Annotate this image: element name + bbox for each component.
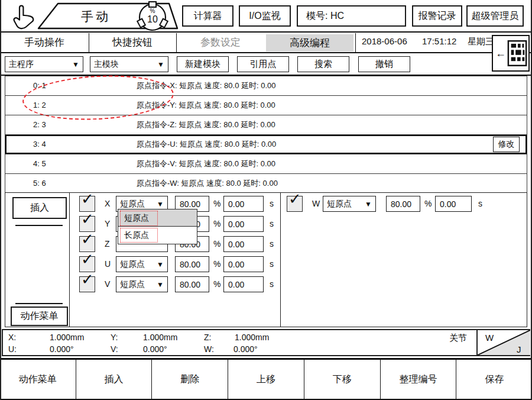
axis-checkbox[interactable]: ✓ [79,256,95,272]
percent-unit: % [213,279,220,289]
row-index: 5: 6 [33,174,46,193]
tab-parameter-settings[interactable]: 参数设定 [176,33,265,52]
move-down-button[interactable]: 下移 [304,360,381,399]
nav-tab-row: 手动操作 快捷按钮 参数设定 高级编程 2018-06-06 17:51:12 … [0,33,532,53]
delay-value: 0.00 [228,240,244,249]
tab-divider-1 [89,33,89,53]
action-menu-separator [15,303,63,304]
speed-unit: % [150,8,155,14]
axis-label: Z [105,239,110,249]
axis-row-w: ✓ W 短原点 ▼ 80.00 % 0.00 s [5,195,525,213]
tab-manual-operation[interactable]: 手动操作 [0,33,89,52]
status-weekday: 星期三 [468,36,494,47]
left-arrow-icon: ← [495,48,506,59]
coord-mode-toggle[interactable]: W J [476,330,530,355]
seconds-unit: s [270,279,274,289]
reference-point-button[interactable]: 引用点 [237,56,289,72]
tab-divider-2 [176,33,177,53]
percent-unit: % [213,219,220,228]
calculator-button[interactable]: 计算器 [182,5,233,27]
checkmark-icon: ✓ [288,191,301,207]
axis-row-u: ✓ U 短原点 ▼ 80.00 % 0.00 s [5,256,280,273]
modify-button[interactable]: 修改 [493,137,520,152]
speed-value: 10 [147,14,158,24]
axis-label: W [312,199,320,208]
axis-speed-field[interactable]: 80.00 [386,196,420,212]
alarm-record-button[interactable]: 报警记录 [412,5,462,27]
coord-value: 1.000mm [50,333,84,342]
focus-outline [120,228,158,243]
program-select[interactable]: 主程序 ▼ [5,56,83,72]
module-select-value: 主模块 [94,59,119,70]
program-row-4[interactable]: 4: 5 原点指令-V: 短原点 速度: 80.0 延时: 0.00 [5,154,527,174]
origin-select-value: 短原点 [120,279,145,290]
chevron-down-icon: ▼ [72,60,79,69]
axis-speed-field[interactable]: 80.00 [175,276,209,292]
delay-value: 0.00 [228,220,244,229]
axis-delay-field[interactable]: 0.00 [223,236,264,252]
axis-label: U [105,259,111,269]
io-monitor-button[interactable]: I/O监视 [239,5,291,27]
dropdown-option-long[interactable]: 长原点 [118,227,197,243]
coord-value: 0.000° [143,344,167,354]
axis-speed-field[interactable]: 80.00 [175,256,209,272]
program-row-0[interactable]: 0: 1 原点指令-X: 短原点 速度: 80.0 延时: 0.00 [5,76,527,96]
delay-value: 0.00 [228,280,244,289]
coord-label: U: [8,344,17,354]
undo-button[interactable]: 撤销 [358,56,410,72]
axis-origin-select[interactable]: 短原点 ▼ [116,256,168,272]
axis-checkbox[interactable]: ✓ [79,276,95,292]
matrix-icon [507,39,527,67]
coord-label: W: [204,344,214,354]
percent-unit: % [424,199,432,208]
module-select[interactable]: 主模块 ▼ [90,56,168,72]
coord-label: X: [8,333,16,342]
dropdown-option-short[interactable]: 短原点 [118,209,197,227]
program-row-3-selected[interactable]: 3: 4 原点指令-U: 短原点 速度: 80.0 延时: 0.00 修改 [5,135,527,154]
speed-value: 80.00 [180,260,200,269]
insert-bottom-button[interactable]: 插入 [76,360,153,399]
action-menu-button[interactable]: 动作菜单 [0,360,76,399]
new-module-button[interactable]: 新建模块 [177,56,229,72]
model-number-box[interactable]: 模号: HC [297,5,406,27]
seconds-unit: s [270,259,274,269]
program-row-1[interactable]: 1: 2 原点指令-Y: 短原点 速度: 80.0 延时: 0.00 [5,96,527,115]
tab-divider-3 [355,33,356,53]
row-command: 原点指令-Y: 短原点 速度: 80.0 延时: 0.00 [137,96,275,115]
axis-delay-field[interactable]: 0.00 [223,276,264,292]
renumber-button[interactable]: 整理编号 [381,360,457,399]
keypad-toggle-button[interactable]: ← [492,35,530,72]
program-select-value: 主程序 [9,59,34,70]
axis-delay-field[interactable]: 0.00 [435,196,472,212]
origin-select-value: 短原点 [120,259,145,270]
toggle-diagonal: W J [478,330,530,355]
user-role-button[interactable]: 超级管理员 [466,5,524,27]
axis-label: V [105,279,110,289]
axis-delay-field[interactable]: 0.00 [223,216,264,232]
status-date: 2018-06-06 [362,36,407,46]
speed-value: 80.00 [180,280,200,289]
coord-value: 1.000mm [235,333,269,342]
tab-advanced-programming[interactable]: 高级编程 [266,34,353,51]
axis-origin-select[interactable]: 短原点 ▼ [323,196,376,212]
program-row-2[interactable]: 2: 3 原点指令-Z: 短原点 速度: 80.0 延时: 0.00 [5,115,527,135]
checkmark-icon: ✓ [81,251,94,267]
row-index: 1: 2 [33,96,46,115]
action-menu-panel-button[interactable]: 动作菜单 [11,307,68,326]
checkmark-icon: ✓ [81,211,94,227]
save-button[interactable]: 保存 [456,360,532,399]
axis-delay-field[interactable]: 0.00 [223,256,264,272]
seconds-unit: s [478,199,482,208]
speed-gauge-icon[interactable]: % 10 [135,1,170,34]
axis-checkbox[interactable]: ✓ [79,216,95,232]
mode-label: 手动 [63,8,128,25]
tab-shortcut-buttons[interactable]: 快捷按钮 [89,33,176,52]
speed-value: 80.00 [391,199,411,209]
status-time: 17:51:12 [422,36,456,46]
axis-origin-select[interactable]: 短原点 ▼ [116,276,168,292]
search-button[interactable]: 搜索 [297,56,349,72]
move-up-button[interactable]: 上移 [228,360,304,399]
delete-button[interactable]: 删除 [152,360,228,399]
axis-checkbox[interactable]: ✓ [79,236,95,252]
axis-checkbox[interactable]: ✓ [287,196,303,212]
